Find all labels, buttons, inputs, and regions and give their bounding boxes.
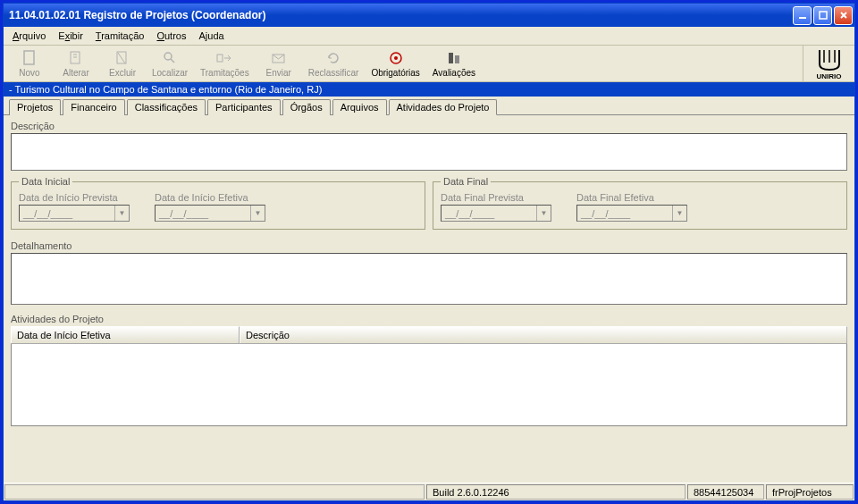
menu-arquivo[interactable]: Arquivo — [7, 29, 51, 43]
menu-outros[interactable]: Outros — [151, 29, 191, 43]
input-data-final-efetiva[interactable]: __/__/____ ▼ — [576, 205, 687, 222]
tab-content: Descrição Data Inicial Data de Início Pr… — [4, 115, 854, 483]
svg-line-11 — [171, 59, 174, 63]
toolbar-enviar[interactable]: Enviar — [257, 47, 301, 80]
toolbar-reclassificar[interactable]: Reclassificar — [303, 47, 365, 80]
detalhamento-label: Detalhamento — [11, 240, 847, 251]
svg-rect-17 — [455, 55, 459, 63]
svg-rect-0 — [799, 17, 806, 19]
descricao-input[interactable] — [11, 133, 847, 171]
toolbar: Novo Alterar Excluir Localizar Tramitaçõ… — [4, 46, 803, 81]
minimize-button[interactable] — [793, 6, 812, 25]
maximize-button[interactable] — [813, 6, 832, 25]
tab-arquivos[interactable]: Arquivos — [332, 99, 387, 115]
label-data-final-efetiva: Data Final Efetiva — [576, 192, 687, 203]
status-form: frProjProjetos — [766, 484, 854, 500]
menu-exibir[interactable]: Exibir — [53, 29, 88, 43]
legend-data-inicial: Data Inicial — [19, 176, 72, 187]
statusbar: Build 2.6.0.12246 88544125034 frProjProj… — [4, 483, 854, 500]
toolbar-alterar[interactable]: Alterar — [54, 47, 98, 80]
status-code: 88544125034 — [687, 484, 764, 500]
logo: UNIRIO — [803, 46, 854, 81]
tab-atividades[interactable]: Atividades do Projeto — [389, 99, 498, 115]
label-data-final-prevista: Data Final Prevista — [441, 192, 551, 203]
chevron-down-icon[interactable]: ▼ — [114, 206, 129, 221]
refresh-icon — [324, 49, 342, 67]
toolbar-novo[interactable]: Novo — [7, 47, 52, 80]
search-icon — [161, 49, 179, 67]
send-icon — [270, 49, 288, 67]
menu-ajuda[interactable]: Ajuda — [193, 29, 229, 43]
toolbar-avaliacoes[interactable]: Avaliações — [427, 47, 481, 80]
tabstrip: Projetos Financeiro Classificações Parti… — [4, 97, 854, 115]
file-icon — [21, 49, 38, 67]
chevron-down-icon[interactable]: ▼ — [672, 206, 686, 221]
chevron-down-icon[interactable]: ▼ — [250, 206, 265, 221]
label-data-inicio-efetiva: Data de Início Efetiva — [155, 192, 265, 203]
context-bar: - Turismo Cultural no Campo de Santana e… — [4, 82, 854, 97]
input-data-inicio-prevista[interactable]: __/__/____ ▼ — [19, 205, 130, 222]
fieldset-data-inicial: Data Inicial Data de Início Prevista __/… — [11, 176, 425, 230]
table-body[interactable] — [11, 344, 847, 426]
svg-point-15 — [394, 56, 398, 60]
atividades-legend: Atividades do Projeto — [11, 314, 847, 324]
menubar: Arquivo Exibir Tramitação Outros Ajuda — [4, 27, 854, 46]
status-build: Build 2.6.0.12246 — [426, 484, 686, 500]
svg-rect-4 — [24, 51, 34, 64]
chevron-down-icon[interactable]: ▼ — [536, 206, 551, 221]
close-button[interactable] — [834, 6, 853, 25]
target-icon — [387, 49, 405, 67]
fieldset-data-final: Data Final Data Final Prevista __/__/___… — [433, 176, 847, 230]
descricao-label: Descrição — [11, 121, 847, 131]
titlebar: 11.04.01.02.01 Registro de Projetos (Coo… — [4, 4, 854, 27]
toolbar-localizar[interactable]: Localizar — [147, 47, 193, 80]
toolbar-excluir[interactable]: Excluir — [100, 47, 145, 80]
col-data-inicio[interactable]: Data de Início Efetiva — [11, 326, 240, 343]
tab-classificacoes[interactable]: Classificações — [127, 99, 206, 115]
tab-participantes[interactable]: Participantes — [207, 99, 281, 115]
menu-tramitacao[interactable]: Tramitação — [90, 29, 150, 43]
svg-rect-12 — [217, 55, 223, 62]
table-header: Data de Início Efetiva Descrição — [11, 326, 847, 344]
toolbar-obrigatorias[interactable]: Obrigatórias — [366, 47, 425, 80]
svg-rect-1 — [820, 12, 827, 19]
legend-data-final: Data Final — [441, 176, 491, 187]
tab-projetos[interactable]: Projetos — [9, 99, 61, 115]
col-descricao[interactable]: Descrição — [240, 326, 847, 343]
svg-point-10 — [164, 53, 172, 60]
delete-icon — [114, 49, 131, 67]
window-title: 11.04.01.02.01 Registro de Projetos (Coo… — [9, 9, 793, 21]
input-data-final-prevista[interactable]: __/__/____ ▼ — [441, 205, 551, 222]
label-data-inicio-prevista: Data de Início Prevista — [19, 192, 130, 203]
svg-rect-16 — [449, 53, 453, 63]
detalhamento-input[interactable] — [11, 253, 847, 305]
flow-icon — [215, 49, 233, 67]
edit-icon — [67, 49, 85, 67]
input-data-inicio-efetiva[interactable]: __/__/____ ▼ — [155, 205, 265, 222]
tab-orgaos[interactable]: Órgãos — [282, 99, 331, 115]
tab-financeiro[interactable]: Financeiro — [63, 99, 124, 115]
eval-icon — [445, 49, 463, 67]
window-controls — [793, 6, 853, 25]
unirio-logo-icon — [814, 46, 845, 71]
toolbar-tramitacoes[interactable]: Tramitações — [195, 47, 255, 80]
svg-line-9 — [118, 53, 125, 63]
